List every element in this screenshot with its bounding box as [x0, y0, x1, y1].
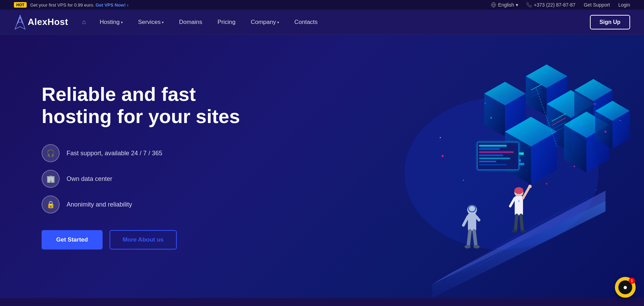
hot-badge: HOT	[14, 2, 27, 8]
lock-icon: 🔒	[42, 195, 60, 213]
nav-item-domains[interactable]: Domains	[171, 10, 210, 35]
feature-text-support: Fast support, available 24 / 7 / 365	[67, 150, 162, 157]
promo-text: Get your first VPS for 0.99 euro. Get VP…	[30, 2, 128, 8]
svg-point-71	[604, 131, 607, 133]
svg-rect-49	[479, 164, 507, 165]
phone-icon	[526, 2, 532, 8]
login-link[interactable]: Login	[618, 2, 630, 8]
globe-icon	[491, 2, 496, 8]
nav-item-company[interactable]: Company ▾	[243, 10, 287, 35]
logo-text: AlexHost	[28, 17, 68, 27]
feature-text-security: Anonimity and reliability	[67, 201, 132, 208]
svg-point-74	[574, 166, 575, 167]
more-about-us-button[interactable]: More About us	[110, 230, 177, 250]
get-started-button[interactable]: Get Started	[42, 230, 103, 250]
lang-chevron-icon: ▾	[516, 2, 518, 8]
phone-number: +373 (22) 87-87-87	[526, 2, 575, 8]
svg-point-76	[594, 103, 596, 105]
svg-rect-43	[479, 145, 507, 147]
hero-illustration: ████████ ████ ██████ ██████████	[290, 35, 644, 298]
nav-links: Hosting ▾ Services ▾ Domains Pricing Com…	[92, 10, 590, 35]
feature-text-datacenter: Own data center	[67, 175, 112, 183]
hero-title: Reliable and fast hosting for your sites	[42, 83, 240, 128]
promo-section: HOT Get your first VPS for 0.99 euro. Ge…	[14, 2, 128, 8]
svg-text:✦: ✦	[484, 102, 486, 104]
top-bar-right: English ▾ +373 (22) 87-87-87 Get Support…	[491, 2, 630, 8]
server-illustration: ████████ ████ ██████ ██████████	[290, 35, 644, 298]
feature-item-support: 🎧 Fast support, available 24 / 7 / 365	[42, 144, 240, 162]
navbar: AlexHost ⌂ Hosting ▾ Services ▾ Domains …	[0, 10, 644, 35]
language-selector[interactable]: English ▾	[491, 2, 518, 8]
svg-point-52	[469, 206, 475, 211]
hero-content: Reliable and fast hosting for your sites…	[42, 83, 240, 250]
datacenter-icon: 🏢	[42, 170, 60, 188]
feature-item-security: 🔒 Anonimity and reliability	[42, 195, 240, 213]
chevron-down-icon: ▾	[277, 20, 279, 24]
svg-line-57	[474, 231, 476, 246]
logo-icon	[14, 15, 26, 30]
svg-point-59	[473, 245, 480, 248]
svg-rect-44	[479, 148, 500, 150]
hero-buttons: Get Started More About us	[42, 230, 240, 250]
svg-point-77	[463, 180, 464, 181]
svg-text:✦: ✦	[595, 189, 597, 191]
svg-line-67	[521, 215, 522, 230]
nav-item-pricing[interactable]: Pricing	[210, 10, 243, 35]
chat-badge: 1	[629, 278, 635, 284]
svg-point-58	[464, 245, 471, 248]
svg-point-72	[546, 183, 548, 185]
svg-point-75	[518, 200, 520, 202]
svg-line-66	[515, 215, 517, 230]
svg-point-70	[442, 155, 444, 157]
svg-line-56	[468, 231, 470, 246]
svg-rect-47	[479, 158, 510, 159]
svg-text:✦: ✦	[619, 120, 621, 122]
chat-bubble[interactable]: ● 1	[615, 277, 636, 298]
svg-point-65	[528, 185, 532, 188]
get-support-link[interactable]: Get Support	[584, 2, 610, 8]
hero-features: 🎧 Fast support, available 24 / 7 / 365 🏢…	[42, 144, 240, 213]
svg-rect-62	[515, 196, 523, 215]
promo-link[interactable]: Get VPS Now! ›	[96, 2, 129, 8]
chevron-down-icon: ▾	[121, 20, 123, 24]
svg-point-73	[490, 117, 492, 119]
feature-item-datacenter: 🏢 Own data center	[42, 170, 240, 188]
nav-item-hosting[interactable]: Hosting ▾	[92, 10, 131, 35]
nav-item-services[interactable]: Services ▾	[130, 10, 171, 35]
logo[interactable]: AlexHost	[14, 15, 68, 30]
svg-point-68	[512, 230, 517, 233]
top-bar: HOT Get your first VPS for 0.99 euro. Ge…	[0, 0, 644, 10]
svg-point-69	[520, 230, 526, 233]
signup-button[interactable]: Sign Up	[590, 15, 630, 29]
chevron-down-icon: ▾	[162, 20, 164, 24]
svg-point-61	[514, 187, 523, 194]
svg-rect-48	[479, 161, 496, 162]
home-icon[interactable]: ⌂	[82, 18, 86, 26]
headset-icon: 🎧	[42, 144, 60, 162]
svg-text:✦: ✦	[439, 136, 442, 139]
svg-rect-45	[479, 151, 514, 153]
nav-item-contacts[interactable]: Contacts	[287, 10, 325, 35]
svg-rect-46	[479, 155, 503, 156]
hero-section: Reliable and fast hosting for your sites…	[0, 35, 644, 298]
